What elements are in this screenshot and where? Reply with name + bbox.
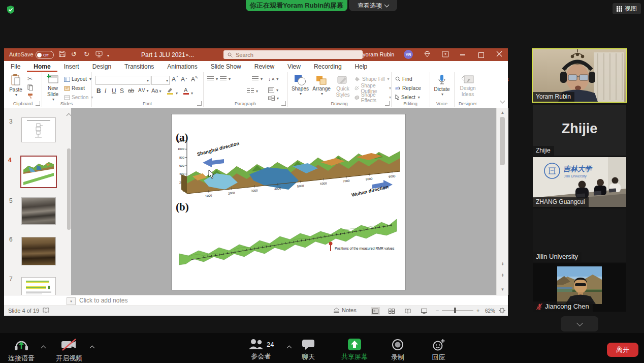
leave-meeting-button[interactable]: 离开 [607, 343, 638, 357]
zoom-slider-thumb[interactable] [454, 308, 456, 313]
reset-button[interactable]: Reset [64, 84, 85, 92]
shape-fill-button[interactable]: Shape Fill▾ [355, 75, 389, 83]
format-painter-icon[interactable] [27, 93, 34, 100]
text-direction-button[interactable]: ↓A▾ [268, 76, 278, 82]
select-button[interactable]: Select▾ [395, 94, 420, 101]
tab-animations[interactable]: Animations [160, 61, 204, 72]
undo-button[interactable]: ↺ [71, 50, 77, 58]
zoom-slider-track[interactable] [442, 310, 473, 311]
character-spacing-button[interactable]: AV▾ [138, 87, 149, 93]
gallery-collapse-button[interactable] [561, 316, 598, 331]
underline-button[interactable]: U [112, 87, 116, 95]
autosave-toggle[interactable]: Off [36, 51, 54, 59]
slide-4-editing-area[interactable]: (a) 1200 1000 800 600 400 200 [172, 114, 405, 290]
numbering-button[interactable]: ▾ [220, 76, 231, 81]
redo-button[interactable]: ↻ [84, 50, 89, 58]
layout-button[interactable]: Layout▾ [64, 75, 91, 83]
tab-review[interactable]: Review [248, 61, 281, 72]
paste-button[interactable]: Paste ▾ [7, 74, 24, 97]
thumbnail-slide-5[interactable] [21, 197, 56, 225]
highlight-color-button[interactable]: ▾ [167, 87, 178, 96]
audio-options-caret[interactable] [41, 346, 46, 351]
next-slide-button[interactable]: ⇟ [497, 271, 508, 279]
maximize-button[interactable] [478, 52, 484, 58]
columns-button[interactable]: ▾ [247, 88, 258, 94]
participants-button[interactable]: 24 参会者 [248, 338, 274, 361]
strikethrough-button[interactable]: ab [128, 87, 134, 94]
font-family-select[interactable]: ▾ [95, 76, 150, 85]
arrange-button[interactable]: Arrange▾ [311, 75, 332, 96]
participant-tile-zhijie[interactable]: Zhijie Zhijie [533, 105, 626, 156]
zoom-level[interactable]: 62% [485, 308, 495, 314]
panel-collapse-icon[interactable] [67, 113, 72, 118]
notes-splitter-handle[interactable]: ▾ [67, 297, 76, 305]
scroll-up-arrow[interactable]: ▲ [497, 109, 508, 116]
dictate-button[interactable]: Dictate ▾ [433, 74, 451, 97]
notes-placeholder[interactable]: Click to add notes [79, 297, 127, 304]
normal-view-button[interactable] [371, 307, 380, 315]
zoom-out-button[interactable]: − [436, 308, 439, 314]
new-slide-button[interactable]: New Slide ▾ [44, 74, 62, 102]
slide-scrollbar[interactable]: ▲ ⇞ ⇟ ▼ [496, 108, 508, 295]
shape-effects-button[interactable]: Shape Effects▾ [355, 94, 391, 101]
tab-slideshow[interactable]: Slide Show [204, 61, 248, 72]
accessibility-book-icon[interactable] [43, 307, 49, 315]
panel-scrollbar-thumb[interactable] [67, 148, 71, 230]
participants-caret[interactable] [287, 346, 292, 351]
share-screen-button[interactable]: 共享屏幕 [341, 338, 368, 361]
zoom-in-button[interactable]: + [476, 308, 479, 314]
line-spacing-button[interactable]: ▾ [252, 76, 263, 81]
tab-help[interactable]: Help [348, 61, 374, 72]
view-options-button[interactable]: 查看选项 [349, 0, 397, 11]
font-dialog-launcher[interactable] [197, 101, 202, 106]
tab-home[interactable]: Home [27, 61, 57, 72]
notes-pane[interactable]: ▾ Click to add notes [4, 295, 508, 306]
save-button[interactable] [59, 50, 66, 58]
align-text-button[interactable]: ▾ [268, 87, 278, 93]
clear-formatting-button[interactable]: A✎ [191, 76, 198, 83]
scrollbar-thumb[interactable] [500, 117, 505, 165]
video-options-caret[interactable] [90, 346, 95, 351]
section-button[interactable]: Section▾ [64, 94, 93, 101]
scroll-down-arrow[interactable]: ▼ [497, 286, 508, 293]
search-input[interactable]: Search [223, 50, 363, 59]
participant-video-zhang-guangcui[interactable]: 吉林大学 Jilin University ZHANG Guangcui [533, 157, 626, 207]
shapes-button[interactable]: Shapes▾ [291, 75, 310, 96]
reactions-button[interactable]: 回应 [432, 338, 445, 362]
minimize-button[interactable] [460, 54, 465, 55]
reading-view-button[interactable] [403, 307, 412, 315]
close-button[interactable] [496, 51, 502, 58]
cut-icon[interactable]: ✂ [27, 75, 33, 82]
thumbnail-slide-4[interactable] [20, 156, 57, 188]
start-slideshow-button[interactable] [95, 50, 103, 58]
avatar[interactable]: YR [404, 50, 413, 59]
ribbon-options-icon[interactable] [424, 51, 431, 59]
shadow-button[interactable]: S [120, 87, 124, 95]
grow-font-button[interactable]: A⌃ [172, 76, 179, 83]
chat-button[interactable]: 聊天 [301, 338, 315, 361]
participant-tile-jilin-university[interactable]: Jilin University [533, 208, 626, 262]
paragraph-dialog-launcher[interactable] [281, 101, 286, 106]
font-color-button[interactable]: A▾ [183, 87, 193, 96]
quick-access-dropdown[interactable]: ▾ [107, 53, 109, 58]
design-ideas-button[interactable]: Design Ideas [457, 74, 478, 97]
thumbnail-slide-3[interactable] [21, 117, 56, 142]
previous-slide-button[interactable]: ⇞ [497, 260, 508, 267]
font-size-select[interactable]: ▾ [151, 76, 170, 85]
convert-smartart-button[interactable]: ▾ [268, 96, 279, 101]
tab-transitions[interactable]: Transitions [118, 61, 160, 72]
record-button[interactable]: 录制 [391, 338, 404, 362]
tab-recording[interactable]: Recording [307, 61, 348, 72]
participant-video-yoram-rubin[interactable]: Yoram Rubin [532, 48, 627, 103]
fit-to-window-button[interactable] [499, 307, 505, 315]
bullets-button[interactable]: ▾ [207, 76, 218, 81]
thumbnail-slide-6[interactable] [21, 237, 56, 265]
collapse-ribbon-button[interactable] [500, 99, 505, 104]
security-shield-icon[interactable] [6, 5, 15, 16]
account-name[interactable]: yoram Rubin [363, 51, 394, 57]
replace-button[interactable]: ab Replace [395, 84, 421, 92]
tab-file[interactable]: File [4, 61, 27, 72]
clipboard-dialog-launcher[interactable] [36, 101, 40, 106]
view-layout-button[interactable]: 视图 [613, 3, 641, 14]
notes-toggle-button[interactable]: Notes [333, 307, 357, 313]
